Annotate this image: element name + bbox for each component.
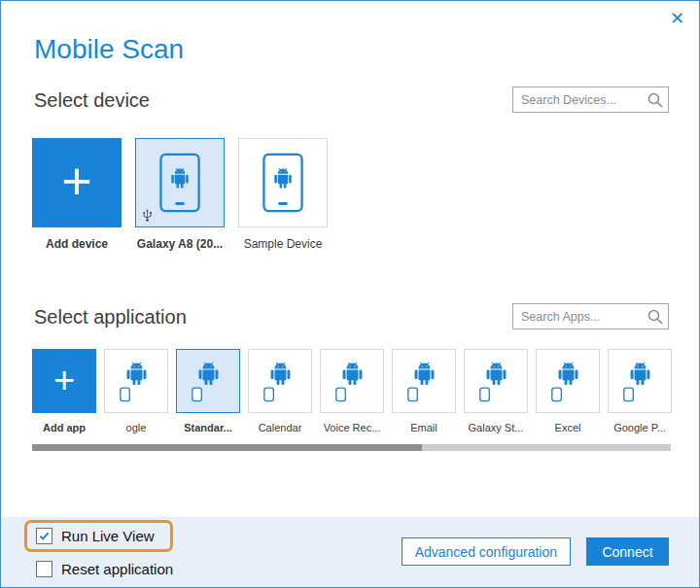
tile-label: Excel	[555, 422, 581, 433]
android-app-icon	[475, 359, 516, 404]
search-icon[interactable]	[642, 87, 668, 112]
app-tile-square[interactable]	[608, 349, 672, 413]
tile-label: Galaxy St...	[469, 422, 524, 433]
add-app-square[interactable]: +	[32, 349, 96, 413]
android-app-icon	[260, 359, 300, 404]
app-tile-square[interactable]	[248, 349, 312, 413]
device-tile-square[interactable]	[238, 138, 328, 227]
app-tile[interactable]: Email	[392, 349, 456, 433]
app-search-box	[512, 303, 669, 329]
plus-icon: +	[53, 362, 75, 398]
app-tile[interactable]: Galaxy St...	[464, 349, 528, 433]
tile-label: Standar...	[184, 422, 232, 433]
close-icon[interactable]: ✕	[670, 10, 684, 27]
mobile-scan-dialog: ✕ Mobile Scan Select device + Add device…	[0, 0, 700, 588]
android-app-icon	[547, 359, 588, 404]
app-tile-square[interactable]	[320, 349, 384, 413]
tile-label: Google P...	[613, 422, 666, 433]
device-tile-galaxy-a8[interactable]: Galaxy A8 (20...	[135, 138, 225, 251]
footer-bar: Run Live View Reset application Advanced…	[1, 517, 699, 587]
device-search-input[interactable]	[513, 87, 642, 112]
checkbox-unchecked[interactable]	[36, 561, 52, 577]
tile-label: Email	[410, 422, 438, 433]
app-tile[interactable]: Voice Rec...	[320, 349, 384, 433]
add-device-square[interactable]: +	[32, 138, 122, 227]
select-application-heading: Select application	[34, 306, 187, 329]
device-tile-square[interactable]	[135, 138, 225, 227]
android-app-icon	[116, 359, 157, 404]
android-app-icon	[188, 359, 228, 404]
reset-application-label: Reset application	[61, 561, 173, 577]
dialog-title: Mobile Scan	[34, 34, 184, 65]
app-tile-selected[interactable]: Standar...	[176, 349, 240, 433]
app-search-input[interactable]	[513, 304, 642, 329]
tile-label: Add app	[43, 422, 86, 433]
checkbox-checked[interactable]	[36, 528, 52, 544]
tile-label: Add device	[46, 237, 108, 251]
tile-label: Calendar	[259, 422, 302, 433]
app-tile-square[interactable]	[536, 349, 600, 413]
add-device-tile[interactable]: + Add device	[32, 138, 122, 251]
annotation-highlight: Run Live View	[24, 520, 173, 552]
app-tile-square[interactable]	[464, 349, 528, 413]
plus-icon: +	[61, 155, 92, 207]
app-tile-square[interactable]	[176, 349, 240, 413]
app-tiles: + Add app ogle Standar... Calendar	[32, 349, 672, 433]
tile-label: Voice Rec...	[324, 422, 381, 433]
check-icon	[38, 530, 51, 542]
android-app-icon	[403, 359, 444, 404]
app-tile-square[interactable]	[392, 349, 456, 413]
tile-label: Sample Device	[244, 237, 323, 251]
app-tile[interactable]: Google P...	[608, 349, 672, 433]
tile-label: Galaxy A8 (20...	[137, 237, 223, 251]
reset-application-checkbox[interactable]: Reset application	[36, 561, 173, 577]
device-search-box	[512, 86, 669, 113]
tile-label: ogle	[126, 422, 147, 433]
device-tile-sample[interactable]: Sample Device	[238, 138, 328, 251]
usb-icon	[141, 208, 154, 223]
advanced-configuration-button[interactable]: Advanced configuration	[402, 537, 571, 566]
app-tile-square[interactable]	[104, 349, 168, 413]
run-live-view-label: Run Live View	[61, 528, 155, 544]
add-app-tile[interactable]: + Add app	[32, 349, 96, 433]
horizontal-scrollbar[interactable]	[32, 444, 671, 451]
run-live-view-checkbox[interactable]: Run Live View	[36, 528, 155, 544]
app-tile[interactable]: Excel	[536, 349, 600, 433]
android-phone-icon	[159, 153, 200, 213]
app-tile[interactable]: ogle	[104, 349, 168, 433]
connect-button[interactable]: Connect	[586, 537, 669, 566]
search-icon[interactable]	[642, 304, 668, 329]
android-app-icon	[332, 359, 372, 404]
android-app-icon	[619, 359, 660, 404]
scrollbar-thumb[interactable]	[32, 444, 422, 451]
android-phone-icon	[262, 153, 303, 213]
app-tile[interactable]: Calendar	[248, 349, 312, 433]
select-device-heading: Select device	[34, 89, 150, 112]
device-tiles: + Add device Galaxy A8 (20... Sample Dev…	[32, 138, 328, 251]
